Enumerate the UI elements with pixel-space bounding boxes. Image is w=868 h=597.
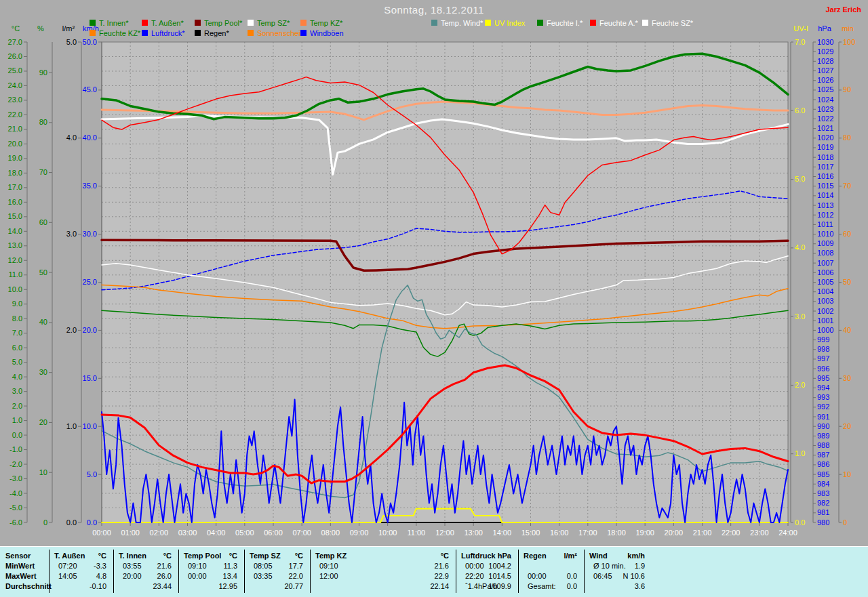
table-separator <box>456 550 456 593</box>
axis-label: 998 <box>817 345 829 353</box>
axis-label: 4.0 <box>12 373 22 381</box>
axis-label: 1021 <box>817 124 833 132</box>
x-axis-label: 22:00 <box>722 529 741 537</box>
table-cell: 0.0 <box>524 572 577 581</box>
legend-item-regen-[interactable]: Regen* <box>195 29 229 37</box>
axis-label: 50.0 <box>83 38 97 46</box>
table-cell: 23.44 <box>119 582 172 591</box>
axis-label: 60 <box>39 218 47 226</box>
legend-item-temp-kz-[interactable]: Temp KZ* <box>300 19 342 26</box>
table-col-unit: °C <box>54 552 106 560</box>
axis-label: 10 <box>843 470 851 478</box>
axis-label: 13.0 <box>8 241 22 249</box>
x-axis-label: 06:00 <box>264 529 283 537</box>
axis-label: 1006 <box>817 268 833 276</box>
table-separator <box>518 550 519 593</box>
legend-swatch-icon <box>195 30 201 36</box>
axis-label: -5.0 <box>9 503 22 512</box>
table-separator <box>113 550 114 593</box>
axis-label: 1017 <box>817 163 833 171</box>
axis-label: 1029 <box>817 47 833 56</box>
axis-label: 4.0 <box>66 133 77 142</box>
axis-label: 20 <box>843 422 851 430</box>
legend-swatch-icon <box>485 20 491 26</box>
axis-temp: 27.026.025.024.023.022.021.020.019.018.0… <box>8 24 27 527</box>
table-cell: 21.6 <box>119 562 172 571</box>
legend-swatch-icon <box>195 20 201 26</box>
axis-label: 20 <box>39 418 47 426</box>
table-col-unit: hPa <box>461 552 511 560</box>
axis-label: 22.0 <box>8 110 22 119</box>
legend-item-temp-pool-[interactable]: Temp Pool* <box>195 19 242 26</box>
axis-uv: 7.06.05.04.03.02.01.00.0UV-I <box>791 24 808 527</box>
axis-label: 1.0 <box>66 422 77 430</box>
axis-label: 30 <box>843 374 851 382</box>
weather-day-view: Sonntag, 18.12.2011 Jarz Erich 27.026.02… <box>0 0 868 597</box>
axis-label: 5.0 <box>66 38 77 46</box>
axis-label: 3.0 <box>12 387 22 395</box>
axis-label: 999 <box>817 335 829 344</box>
axis-label: 10.0 <box>8 285 22 293</box>
legend-label: Luftdruck* <box>151 29 185 37</box>
legend-item-temp-wind-[interactable]: Temp. Wind* <box>431 19 483 26</box>
legend-item-feuchte-sz-[interactable]: Feuchte SZ* <box>642 19 693 26</box>
table-cell: N 10.6 <box>589 572 645 581</box>
axis-label: 20.0 <box>8 140 22 148</box>
legend-item-feuchte-i-[interactable]: Feuchte I.* <box>537 19 583 26</box>
axis-label: 24.0 <box>8 81 22 89</box>
axis-label: 984 <box>817 480 829 488</box>
legend-item-temp-sz-[interactable]: Temp SZ* <box>248 19 290 26</box>
axis-label: 1022 <box>817 115 833 123</box>
table-row-label: Sensor <box>5 552 31 560</box>
legend-item-windb-en[interactable]: Windböen <box>300 29 344 37</box>
axis-label: 1007 <box>817 259 833 267</box>
axis-label: 10.0 <box>83 422 97 430</box>
axis-label: 0 <box>843 518 847 527</box>
axis-label: 992 <box>817 403 829 411</box>
axis-label: 50 <box>39 268 47 276</box>
axis-label: -4.0 <box>9 489 22 497</box>
axis-label: 1024 <box>817 96 833 104</box>
axis-label: 0.0 <box>87 518 97 527</box>
table-cell: 20.77 <box>250 582 303 591</box>
axis-label: 0.0 <box>66 518 77 527</box>
x-axis-label: 15:00 <box>521 529 540 537</box>
legend-swatch-icon <box>300 30 307 36</box>
axis-label: 0 <box>43 518 47 527</box>
legend-item-t-innen-[interactable]: T. Innen* <box>90 19 128 26</box>
legend-label: Temp SZ* <box>257 19 290 27</box>
legend-item-sonnenschein[interactable]: Sonnenschein <box>248 29 304 37</box>
axis-unit-header: UV-I <box>793 24 808 33</box>
legend-label: Windböen <box>310 29 344 37</box>
x-axis: 00:0001:0002:0003:0004:0005:0006:0007:00… <box>92 522 797 537</box>
axis-label: 995 <box>817 374 829 382</box>
legend-item-feuchte-kz-[interactable]: Feuchte KZ* <box>90 29 140 37</box>
axis-label: 1018 <box>817 153 833 161</box>
axis-label: 1020 <box>817 133 833 142</box>
legend-item-luftdruck-[interactable]: Luftdruck* <box>142 29 185 37</box>
legend-item-feuchte-a-[interactable]: Feuchte A.* <box>590 19 638 26</box>
axis-label: 1.0 <box>12 416 22 424</box>
table-cell: 0.0 <box>524 582 577 591</box>
axis-unit-header: l/m² <box>62 24 75 33</box>
axis-unit-header: °C <box>12 24 20 33</box>
axis-label: 6.0 <box>795 106 805 115</box>
axis-label: 990 <box>817 422 829 430</box>
axis-label: 1011 <box>817 220 833 228</box>
axis-label: 45.0 <box>83 85 97 94</box>
axis-label: -6.0 <box>9 518 22 527</box>
axis-label: 988 <box>817 441 829 449</box>
axis-label: 11.0 <box>8 270 22 279</box>
axis-label: 90 <box>39 68 47 77</box>
legend-item-t-au-en-[interactable]: T. Außen* <box>142 19 184 26</box>
axis-label: 1008 <box>817 249 833 257</box>
axis-label: 2.0 <box>66 326 77 334</box>
legend-item-uv-index[interactable]: UV Index <box>485 19 525 26</box>
legend-label: T. Innen* <box>99 19 128 27</box>
x-axis-label: 02:00 <box>150 529 169 537</box>
axis-label: 1004 <box>817 287 833 295</box>
legend-swatch-icon <box>642 20 648 26</box>
axis-label: 26.0 <box>8 52 22 60</box>
x-axis-label: 08:00 <box>321 529 340 537</box>
legend-label: Regen* <box>204 29 229 37</box>
